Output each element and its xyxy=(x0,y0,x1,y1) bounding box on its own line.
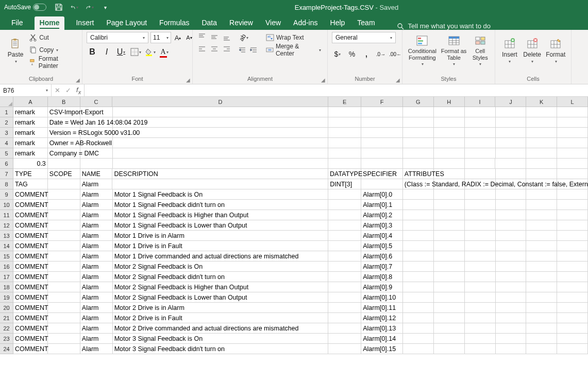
row-header[interactable]: 9 xyxy=(0,189,13,200)
cell-J11[interactable] xyxy=(496,210,527,220)
cell-C11[interactable]: Alarm xyxy=(80,210,113,220)
dialog-launcher-icon[interactable]: ◢ xyxy=(76,77,80,83)
cell-K10[interactable] xyxy=(526,200,557,210)
cell-K12[interactable] xyxy=(526,220,557,231)
cell-D3[interactable] xyxy=(113,128,329,138)
align-top-button[interactable] xyxy=(197,32,207,42)
cell-J21[interactable] xyxy=(496,313,527,323)
cell-A8[interactable]: TAG xyxy=(13,179,48,189)
cell-D22[interactable]: Motor 2 Drive commanded and actual direc… xyxy=(113,323,329,334)
cell-J2[interactable] xyxy=(496,117,527,128)
cell-A13[interactable]: COMMENT xyxy=(13,231,48,241)
column-header-A[interactable]: A xyxy=(13,97,48,107)
cell-H24[interactable] xyxy=(434,344,465,354)
dialog-launcher-icon[interactable]: ◢ xyxy=(396,77,400,83)
cell-A5[interactable]: remark xyxy=(13,148,48,159)
cell-L15[interactable] xyxy=(557,251,588,262)
save-icon[interactable] xyxy=(55,3,63,11)
row-header[interactable]: 4 xyxy=(0,138,13,148)
cell-J17[interactable] xyxy=(496,272,527,282)
redo-icon[interactable]: ▾ xyxy=(86,3,94,11)
cell-D19[interactable]: Motor 2 Signal Feedback is Lower than Ou… xyxy=(113,292,329,303)
cell-H5[interactable] xyxy=(434,148,465,159)
cell-E21[interactable] xyxy=(328,313,361,323)
cell-L17[interactable] xyxy=(557,272,588,282)
cell-B22[interactable] xyxy=(48,323,80,334)
formula-input[interactable] xyxy=(85,84,588,96)
cell-I7[interactable] xyxy=(465,169,496,179)
insert-cells-button[interactable]: Insert▾ xyxy=(499,32,520,69)
cell-J12[interactable] xyxy=(496,220,527,231)
cell-K19[interactable] xyxy=(526,292,557,303)
cell-C6[interactable] xyxy=(80,159,113,169)
cell-H10[interactable] xyxy=(434,200,465,210)
cell-A1[interactable]: remark xyxy=(13,107,48,117)
cell-K24[interactable] xyxy=(526,344,557,354)
cell-B19[interactable] xyxy=(48,292,80,303)
cell-B6[interactable] xyxy=(48,159,80,169)
cell-G20[interactable] xyxy=(403,303,434,313)
cell-B13[interactable] xyxy=(48,231,80,241)
row-header[interactable]: 13 xyxy=(0,231,13,241)
orientation-button[interactable]: ab▾ xyxy=(238,32,249,43)
underline-button[interactable]: U▾ xyxy=(115,46,127,58)
cell-C12[interactable]: Alarm xyxy=(80,220,113,231)
cell-F20[interactable]: Alarm[0].11 xyxy=(361,303,403,313)
insert-function-icon[interactable]: fx xyxy=(76,86,81,95)
cell-D21[interactable]: Motor 2 Drive is in Fault xyxy=(113,313,329,323)
enter-formula-icon[interactable]: ✓ xyxy=(65,86,71,94)
row-header[interactable]: 11 xyxy=(0,210,13,220)
cell-H9[interactable] xyxy=(434,189,465,200)
cell-F16[interactable]: Alarm[0].7 xyxy=(361,262,403,272)
cell-D4[interactable] xyxy=(113,138,329,148)
cell-F6[interactable] xyxy=(361,159,403,169)
number-format-select[interactable]: General▾ xyxy=(332,32,396,43)
cell-B9[interactable] xyxy=(48,189,80,200)
cell-F9[interactable]: Alarm[0].0 xyxy=(361,189,403,200)
cell-E3[interactable] xyxy=(328,128,361,138)
cell-E24[interactable] xyxy=(328,344,361,354)
cell-G24[interactable] xyxy=(403,344,434,354)
cell-A18[interactable]: COMMENT xyxy=(13,282,48,292)
cell-K16[interactable] xyxy=(526,262,557,272)
column-header-B[interactable]: B xyxy=(48,97,80,107)
percent-format-button[interactable]: % xyxy=(346,48,358,60)
cell-J1[interactable] xyxy=(496,107,527,117)
cell-H11[interactable] xyxy=(434,210,465,220)
name-box[interactable]: B76▾ xyxy=(0,84,52,96)
cell-A3[interactable]: remark xyxy=(13,128,48,138)
cell-J6[interactable] xyxy=(495,159,526,169)
select-all-corner[interactable] xyxy=(0,97,13,107)
cell-F1[interactable] xyxy=(361,107,403,117)
row-header[interactable]: 7 xyxy=(0,169,13,179)
cell-H19[interactable] xyxy=(434,292,465,303)
font-name-select[interactable]: Calibri▾ xyxy=(87,32,148,43)
column-header-E[interactable]: E xyxy=(328,97,361,107)
cell-F5[interactable] xyxy=(361,148,403,159)
merge-center-button[interactable]: Merge & Center▾ xyxy=(264,44,323,56)
align-left-button[interactable] xyxy=(197,44,207,55)
cell-G14[interactable] xyxy=(403,241,434,251)
cell-B5[interactable]: Company = DMC xyxy=(48,148,80,159)
cell-F21[interactable]: Alarm[0].12 xyxy=(361,313,403,323)
borders-button[interactable]: ▾ xyxy=(130,46,141,58)
cell-C13[interactable]: Alarm xyxy=(80,231,113,241)
cell-K21[interactable] xyxy=(526,313,557,323)
cell-I9[interactable] xyxy=(465,189,496,200)
cell-G16[interactable] xyxy=(403,262,434,272)
cell-G4[interactable] xyxy=(403,138,434,148)
cell-A17[interactable]: COMMENT xyxy=(13,272,48,282)
cell-I4[interactable] xyxy=(465,138,496,148)
format-as-table-button[interactable]: Format as Table▾ xyxy=(441,32,467,69)
cell-I11[interactable] xyxy=(465,210,496,220)
row-header[interactable]: 20 xyxy=(0,303,13,313)
cell-F2[interactable] xyxy=(361,117,403,128)
cell-D6[interactable] xyxy=(113,159,329,169)
cell-H20[interactable] xyxy=(434,303,465,313)
cell-G7[interactable]: ATTRIBUTES xyxy=(403,169,434,179)
cell-E19[interactable] xyxy=(328,292,361,303)
cell-A7[interactable]: TYPE xyxy=(13,169,48,179)
cell-A2[interactable]: remark xyxy=(13,117,48,128)
tab-file[interactable]: File xyxy=(10,16,24,30)
cell-K3[interactable] xyxy=(526,128,557,138)
